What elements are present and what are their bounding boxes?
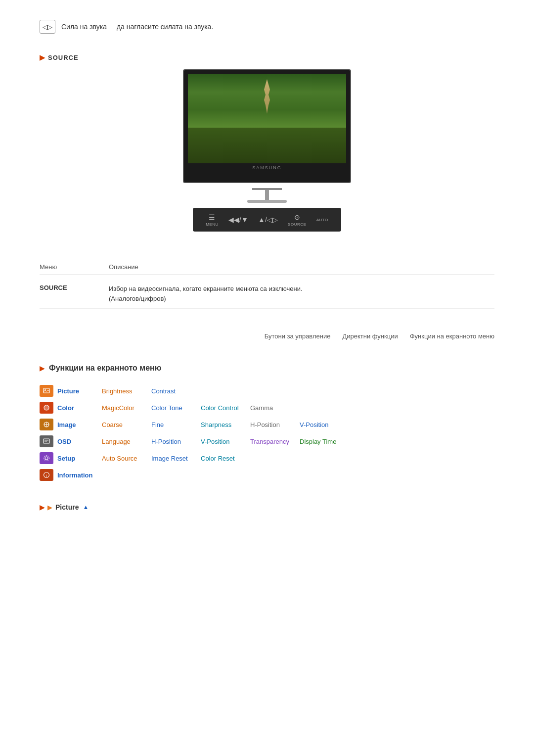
osd-hposition[interactable]: H-Position (151, 438, 201, 445)
svg-point-9 (45, 457, 48, 460)
menu-icon: ☰ (209, 213, 215, 221)
setup-sub-items: Auto Source Image Reset Color Reset (102, 455, 250, 462)
menu-table: Меню Описание SOURCE Избор на видеосигна… (40, 263, 494, 309)
color-tone[interactable]: Color Tone (151, 404, 201, 412)
image-fine[interactable]: Fine (151, 421, 201, 428)
nav-link-controls[interactable]: Бутони за управление (265, 332, 331, 340)
picture-footer: ▶ ▶ Picture ▲ (40, 503, 494, 511)
osd-sub-items: Language H-Position V-Position Transpare… (102, 438, 349, 445)
svg-text:i: i (46, 473, 47, 478)
controls-bar: ☰ MENU ◀◀/▼ ▲/◁▷ ⊙ SOURCE AUTO (193, 208, 341, 232)
auto-button[interactable]: AUTO (316, 218, 328, 222)
picture-brightness[interactable]: Brightness (102, 387, 151, 395)
source-button[interactable]: ⊙ SOURCE (288, 213, 306, 227)
menu-row-information: i Information (40, 467, 494, 483)
setup-main-label[interactable]: Setup (57, 455, 102, 462)
information-icon: i (40, 469, 53, 481)
table-row-source: SOURCE Избор на видеосигнала, когато екр… (40, 279, 494, 309)
osd-language[interactable]: Language (102, 438, 151, 445)
image-vposition[interactable]: V-Position (300, 421, 349, 428)
setup-colorreset[interactable]: Color Reset (201, 455, 250, 462)
menu-label: MENU (206, 222, 219, 227)
color-magiccolor[interactable]: MagicColor (102, 404, 151, 412)
volume-description: да нагласите силата на звука. (117, 23, 213, 31)
nav-link-osd[interactable]: Функции на екранното меню (410, 332, 494, 340)
table-header: Меню Описание (40, 263, 494, 275)
color-icon (40, 402, 53, 414)
monitor-stand-base (247, 200, 287, 203)
footer-picture-label: Picture (55, 503, 79, 511)
menu-button[interactable]: ☰ MENU (206, 213, 219, 227)
menu-row-color: Color MagicColor Color Tone Color Contro… (40, 399, 494, 416)
osd-icon (40, 435, 53, 447)
monitor-container: SAMSUNG ☰ MENU ◀◀/▼ ▲/◁▷ ⊙ SOURCE AUTO (40, 69, 494, 251)
footer-up-arrow-icon: ▲ (83, 504, 89, 511)
menu-row-image: Image Coarse Fine Sharpness H-Position V… (40, 416, 494, 433)
svg-point-10 (44, 456, 49, 461)
monitor-display: SAMSUNG (183, 69, 351, 183)
nav-down-button[interactable]: ◀◀/▼ (228, 216, 248, 224)
color-control[interactable]: Color Control (201, 404, 250, 412)
color-main-label[interactable]: Color (57, 404, 102, 412)
source-ctrl-label: SOURCE (288, 222, 306, 227)
osd-arrow-icon: ▶ (40, 364, 45, 372)
color-sub-items: MagicColor Color Tone Color Control Gamm… (102, 404, 300, 412)
source-icon: ▶ (40, 53, 45, 61)
volume-label: Сила на звука (61, 23, 107, 31)
osd-transparency[interactable]: Transparency (250, 438, 300, 445)
osd-menu-grid: Picture Brightness Contrast Color MagicC… (40, 382, 494, 483)
menu-row-osd: OSD Language H-Position V-Position Trans… (40, 433, 494, 450)
monitor-brand: SAMSUNG (188, 165, 346, 170)
source-ctrl-icon: ⊙ (294, 213, 300, 221)
volume-icon: ◁▷ (40, 20, 55, 34)
image-icon (40, 419, 53, 430)
image-sharpness[interactable]: Sharpness (201, 421, 250, 428)
picture-contrast[interactable]: Contrast (151, 387, 201, 395)
picture-icon (40, 385, 53, 397)
col-menu-header: Меню (40, 263, 109, 271)
footer-arrow-icon: ▶ (47, 504, 52, 511)
osd-displaytime[interactable]: Display Time (300, 438, 349, 445)
picture-sub-items: Brightness Contrast (102, 387, 201, 395)
image-sub-items: Coarse Fine Sharpness H-Position V-Posit… (102, 421, 349, 428)
nav-link-direct[interactable]: Директни функции (342, 332, 398, 340)
col-desc-header: Описание (109, 263, 494, 271)
source-desc-cell: Избор на видеосигнала, когато екранните … (109, 284, 494, 303)
setup-autosource[interactable]: Auto Source (102, 455, 151, 462)
footer-source-icon: ▶ (40, 504, 44, 511)
source-menu-cell: SOURCE (40, 284, 109, 303)
auto-label: AUTO (316, 218, 328, 222)
image-main-label[interactable]: Image (57, 421, 102, 428)
osd-main-label[interactable]: OSD (57, 438, 102, 445)
nav-up-button[interactable]: ▲/◁▷ (258, 216, 278, 224)
osd-vposition[interactable]: V-Position (201, 438, 250, 445)
picture-main-label[interactable]: Picture (57, 387, 102, 395)
svg-rect-6 (44, 439, 49, 443)
setup-imagereset[interactable]: Image Reset (151, 455, 201, 462)
volume-symbol: ◁▷ (43, 23, 52, 31)
volume-section: ◁▷ Сила на звука да нагласите силата на … (40, 20, 494, 34)
information-main-label[interactable]: Information (57, 472, 102, 479)
image-hposition[interactable]: H-Position (250, 421, 300, 428)
monitor-screen (188, 74, 346, 163)
color-gamma[interactable]: Gamma (250, 404, 300, 412)
osd-header: ▶ Функции на екранното меню (40, 364, 494, 373)
source-title: SOURCE (48, 54, 79, 61)
osd-title: Функции на екранното меню (49, 364, 161, 373)
menu-row-setup: Setup Auto Source Image Reset Color Rese… (40, 450, 494, 467)
image-coarse[interactable]: Coarse (102, 421, 151, 428)
nav-links: Бутони за управление Директни функции Фу… (40, 332, 494, 340)
monitor-stand-neck (265, 190, 269, 200)
nav-up-icon: ▲/◁▷ (258, 216, 278, 224)
source-header: ▶ SOURCE (40, 53, 494, 61)
setup-icon (40, 452, 53, 464)
osd-section: ▶ Функции на екранното меню Picture Brig… (40, 364, 494, 483)
menu-row-picture: Picture Brightness Contrast (40, 382, 494, 399)
nav-down-icon: ◀◀/▼ (228, 216, 248, 224)
